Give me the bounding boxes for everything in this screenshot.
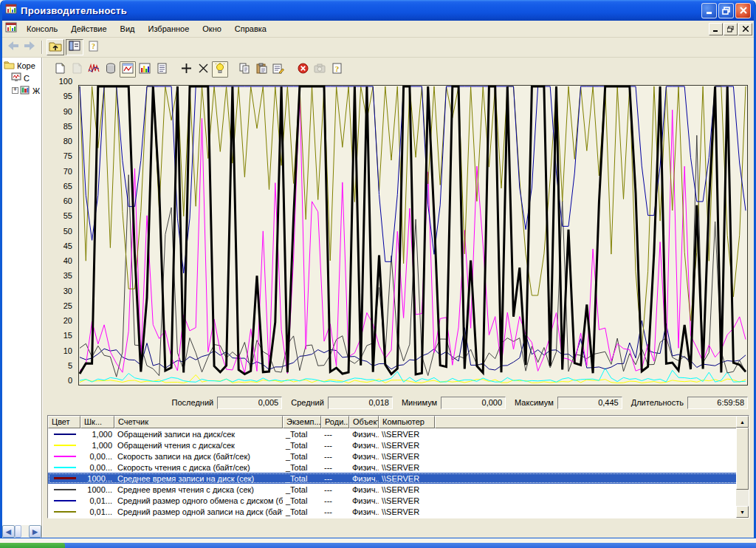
- legend-header-Экземп...[interactable]: Экземп...: [283, 416, 321, 428]
- tree-item-folder[interactable]: Коре: [2, 59, 41, 72]
- computer-cell: \\SERVER: [379, 441, 435, 450]
- parent-cell: ---: [321, 507, 349, 516]
- app-window: Производительность КонсольДействиеВидИзб…: [0, 0, 756, 538]
- minimize-button[interactable]: [701, 3, 717, 18]
- y-axis: 1009590858075706560555045403530252015105…: [47, 80, 75, 393]
- menu-действие[interactable]: Действие: [64, 22, 113, 35]
- scroll-left-button[interactable]: ◀: [2, 525, 15, 538]
- counter-legend: ЦветШк...СчетчикЭкземп...Роди...ОбъектКо…: [47, 415, 749, 518]
- view-current-activity-button[interactable]: [86, 61, 102, 78]
- legend-header-Шк...[interactable]: Шк...: [80, 416, 114, 428]
- counter-row[interactable]: 1000...Среднее время записи на диск (сек…: [48, 473, 749, 484]
- child-close-button[interactable]: [738, 23, 752, 35]
- scale-cell: 0,01...: [80, 496, 114, 505]
- counter-row[interactable]: 1,000Обращений записи на диск/сек_Total-…: [48, 428, 749, 439]
- view-histogram-button[interactable]: [137, 61, 153, 78]
- menu-окно[interactable]: Окно: [196, 22, 228, 35]
- computer-cell: \\SERVER: [379, 452, 435, 461]
- sysmon-toolbar: ?: [46, 58, 754, 80]
- instance-cell: _Total: [283, 441, 321, 450]
- titlebar[interactable]: Производительность: [2, 0, 754, 21]
- copy-properties-button[interactable]: [236, 61, 252, 78]
- scroll-up-button[interactable]: ▲: [736, 416, 749, 428]
- menu-консоль[interactable]: Консоль: [20, 22, 64, 35]
- monitor-icon: [11, 72, 21, 83]
- help-button[interactable]: ?: [85, 39, 103, 55]
- tree-item-label: С: [24, 74, 30, 83]
- up-one-level-button[interactable]: [47, 39, 64, 55]
- object-cell: Физич...: [349, 496, 379, 505]
- counter-color-swatch: [54, 500, 76, 501]
- new-counter-set-button[interactable]: [52, 61, 68, 78]
- counter-row[interactable]: 0,00...Скорость чтения с диска (байт/сек…: [48, 462, 749, 473]
- child-restore-button[interactable]: [724, 23, 738, 35]
- properties-button[interactable]: [270, 61, 286, 78]
- forward-icon: [23, 41, 36, 54]
- instance-cell: _Total: [283, 507, 321, 516]
- stat-label: Последний: [172, 398, 214, 407]
- legend-header-Объект[interactable]: Объект: [349, 416, 379, 428]
- restore-button[interactable]: [718, 3, 734, 18]
- new-counter-set-icon: [55, 63, 66, 77]
- help-button[interactable]: ?: [329, 61, 345, 78]
- menu-вид[interactable]: Вид: [114, 22, 142, 35]
- computer-cell: \\SERVER: [379, 430, 435, 439]
- scroll-track[interactable]: [736, 490, 749, 506]
- delete-counter-button[interactable]: [195, 61, 211, 78]
- scroll-thumb[interactable]: [15, 525, 21, 538]
- close-button[interactable]: [735, 3, 751, 18]
- show-hide-console-tree-button[interactable]: [66, 39, 83, 55]
- counter-cell: Среднее время чтения с диска (сек): [114, 485, 283, 494]
- delete-counter-icon: [198, 63, 209, 77]
- legend-scrollbar[interactable]: ▲ ▼: [736, 416, 749, 518]
- child-minimize-button[interactable]: [709, 23, 723, 35]
- show-hide-console-tree-icon: [69, 41, 80, 54]
- window-title: Производительность: [21, 5, 700, 16]
- counter-row[interactable]: 1000...Среднее время чтения с диска (сек…: [48, 484, 749, 495]
- view-graph-button[interactable]: [120, 61, 136, 78]
- stat-value: 6:59:58: [687, 397, 748, 409]
- scroll-right-button[interactable]: ▶: [29, 525, 41, 538]
- view-current-activity-icon: [88, 63, 100, 77]
- tree-item-monitor[interactable]: С: [2, 72, 41, 84]
- highlight-icon: [215, 63, 225, 77]
- counter-row[interactable]: 0,01...Средний размер одного обмена с ди…: [48, 495, 749, 506]
- counter-row[interactable]: 1,000Обращений чтения с диска/сек_Total-…: [48, 439, 749, 451]
- legend-header-Цвет[interactable]: Цвет: [48, 416, 80, 428]
- menu-справка[interactable]: Справка: [228, 22, 273, 35]
- menu-избранное[interactable]: Избранное: [142, 22, 196, 35]
- taskbar[interactable]: [0, 543, 756, 548]
- parent-cell: ---: [321, 463, 349, 472]
- legend-header-filler[interactable]: [435, 416, 749, 428]
- y-tick-label: 25: [50, 301, 72, 310]
- color-swatch-cell: [48, 434, 80, 435]
- counter-row[interactable]: 0,00...Скорость записи на диск (байт/сек…: [48, 451, 749, 462]
- counter-color-swatch: [54, 467, 76, 468]
- legend-header-Счетчик[interactable]: Счетчик: [114, 416, 283, 428]
- window-controls: [700, 3, 751, 18]
- view-log-data-button[interactable]: [103, 61, 119, 78]
- scroll-down-button[interactable]: ▼: [736, 506, 749, 518]
- add-counter-button[interactable]: [178, 61, 194, 78]
- properties-icon: [272, 63, 284, 77]
- start-button[interactable]: [0, 543, 65, 548]
- tree-item-label: Ж: [32, 86, 40, 95]
- paste-counter-list-button[interactable]: [253, 61, 269, 78]
- instance-cell: _Total: [283, 496, 321, 505]
- tree-horizontal-scrollbar[interactable]: ◀ ▶: [2, 525, 41, 538]
- y-tick-label: 20: [50, 316, 72, 325]
- scroll-thumb[interactable]: [736, 428, 749, 490]
- counter-row[interactable]: 0,01...Средний размер одной записи на ди…: [48, 506, 749, 517]
- y-tick-label: 5: [50, 361, 72, 370]
- highlight-button[interactable]: [212, 61, 228, 78]
- view-report-icon: [157, 63, 168, 77]
- parent-cell: ---: [321, 496, 349, 505]
- tree-expander[interactable]: +: [12, 87, 18, 94]
- freeze-display-button[interactable]: [295, 61, 311, 78]
- legend-header-Роди...[interactable]: Роди...: [321, 416, 349, 428]
- view-report-button[interactable]: [154, 61, 170, 78]
- legend-header-Компьютер[interactable]: Компьютер: [379, 416, 435, 428]
- tree-item-logs[interactable]: +Ж: [2, 84, 41, 97]
- copy-properties-icon: [238, 63, 250, 77]
- console-tree: КореС+Ж ◀ ▶: [2, 58, 42, 538]
